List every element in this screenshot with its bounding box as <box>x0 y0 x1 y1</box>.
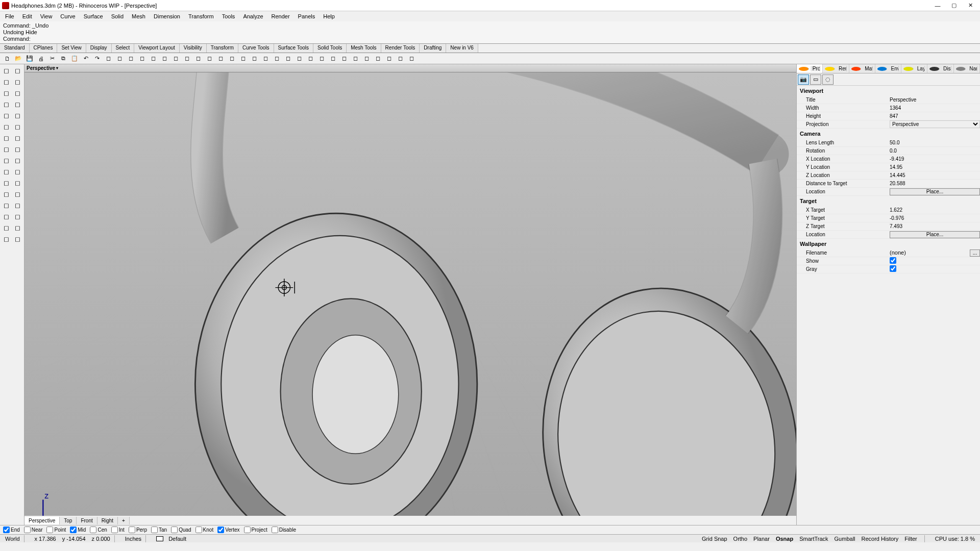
sun-icon[interactable]: ◻ <box>328 54 338 64</box>
rect-tool-icon[interactable]: ◻ <box>1 121 11 132</box>
paneltab-ren[interactable]: Ren... <box>823 64 849 73</box>
show-icon[interactable]: ◻ <box>227 54 237 64</box>
prop-ty-value[interactable]: -0.976 <box>889 215 980 221</box>
polyline-tool-icon[interactable]: ◻ <box>1 99 11 109</box>
maximize-button[interactable]: ▢ <box>946 1 962 10</box>
vptab-+[interactable]: + <box>118 517 130 524</box>
box-icon[interactable]: ◻ <box>283 54 293 64</box>
snap-icon[interactable]: ◻ <box>170 54 181 64</box>
menu-curve[interactable]: Curve <box>56 12 79 20</box>
status-planar[interactable]: Planar <box>750 536 773 542</box>
patch-tool-icon[interactable]: ◻ <box>12 189 22 199</box>
menu-edit[interactable]: Edit <box>18 12 36 20</box>
line-tool-icon[interactable]: ◻ <box>12 88 22 98</box>
array-icon[interactable]: ◻ <box>159 54 169 64</box>
osnap-tan[interactable]: Tan <box>151 527 167 533</box>
scale-icon[interactable]: ◻ <box>137 54 147 64</box>
shell-tool-icon[interactable]: ◻ <box>12 222 22 233</box>
paneltab-nam[interactable]: Nam... <box>954 64 980 73</box>
menu-tools[interactable]: Tools <box>218 12 239 20</box>
paint-icon[interactable]: ◻ <box>361 54 372 64</box>
tooltab-drafting[interactable]: Drafting <box>420 44 446 53</box>
render-icon[interactable]: ◻ <box>305 54 315 64</box>
status-grid-snap[interactable]: Grid Snap <box>699 536 730 542</box>
status-record-history[interactable]: Record History <box>859 536 902 542</box>
rail-tool-icon[interactable]: ◻ <box>12 178 22 188</box>
osnap-near[interactable]: Near <box>24 527 43 533</box>
tooltab-curve-tools[interactable]: Curve Tools <box>238 44 274 53</box>
menu-dimension[interactable]: Dimension <box>150 12 184 20</box>
status-gumball[interactable]: Gumball <box>831 536 859 542</box>
controlpt-tool-icon[interactable]: ◻ <box>1 133 11 143</box>
prop-camy-value[interactable]: 14.95 <box>889 164 980 170</box>
open-icon[interactable]: 📂 <box>13 54 23 64</box>
osnap-point[interactable]: Point <box>46 527 66 533</box>
menu-solid[interactable]: Solid <box>107 12 128 20</box>
material-icon[interactable]: ◻ <box>249 54 259 64</box>
freeform-tool-icon[interactable]: ◻ <box>12 133 22 143</box>
3d-viewport[interactable]: x y z <box>24 72 796 516</box>
dec-icon[interactable]: ◻ <box>294 54 304 64</box>
minimize-button[interactable]: — <box>930 1 945 10</box>
viewport-properties-icon[interactable]: 📷 <box>798 74 809 85</box>
command-input[interactable] <box>32 36 977 42</box>
revolve-tool-icon[interactable]: ◻ <box>1 178 11 188</box>
filter-icon[interactable]: ◻ <box>204 54 214 64</box>
show-checkbox[interactable] <box>890 257 896 264</box>
tooltab-transform[interactable]: Transform <box>207 44 238 53</box>
prop-tz-value[interactable]: 7.493 <box>889 223 980 229</box>
tooltab-surface-tools[interactable]: Surface Tools <box>274 44 313 53</box>
layer-icon[interactable]: ◻ <box>238 54 248 64</box>
docbox-icon[interactable]: ◻ <box>350 54 360 64</box>
rotate-icon[interactable]: ◻ <box>126 54 136 64</box>
lasso-tool-icon[interactable]: ◻ <box>12 65 22 76</box>
tooltab-visibility[interactable]: Visibility <box>180 44 207 53</box>
prop-projection-select[interactable]: Perspective <box>890 120 980 128</box>
osnap-quad[interactable]: Quad <box>171 527 191 533</box>
prop-camz-value[interactable]: 14.445 <box>889 172 980 178</box>
vptab-perspective[interactable]: Perspective <box>24 517 60 524</box>
tooltab-render-tools[interactable]: Render Tools <box>381 44 420 53</box>
status-osnap[interactable]: Osnap <box>773 536 796 542</box>
osnap-vertex[interactable]: Vertex <box>217 527 239 533</box>
osnap-knot[interactable]: Knot <box>195 527 214 533</box>
print-icon[interactable]: 🖨 <box>36 54 46 64</box>
vptab-right[interactable]: Right <box>97 517 118 524</box>
menu-view[interactable]: View <box>36 12 57 20</box>
place-camera-button[interactable]: Place... <box>890 188 980 195</box>
cplane-tool-icon[interactable]: ◻ <box>1 77 11 87</box>
paneltab-layers[interactable]: Layers <box>901 64 927 73</box>
plane-tool-icon[interactable]: ◻ <box>12 77 22 87</box>
status-smarttrack[interactable]: SmartTrack <box>796 536 831 542</box>
menu-render[interactable]: Render <box>267 12 294 20</box>
gumball-icon[interactable]: ◻ <box>103 54 113 64</box>
redo-icon[interactable]: ↷ <box>92 54 102 64</box>
prop-lens-value[interactable]: 50.0 <box>889 140 980 145</box>
paneltab-mate[interactable]: Mate... <box>849 64 875 73</box>
save-icon[interactable]: 💾 <box>24 54 35 64</box>
pointer-tool-icon[interactable]: ◻ <box>1 65 11 76</box>
menu-analyze[interactable]: Analyze <box>239 12 267 20</box>
osnap-mid[interactable]: Mid <box>70 527 86 533</box>
sweep-tool-icon[interactable]: ◻ <box>12 166 22 177</box>
status-units[interactable]: Inches <box>122 536 144 542</box>
menu-help[interactable]: Help <box>319 12 339 20</box>
package-icon[interactable]: ◻ <box>339 54 349 64</box>
osnap-project[interactable]: Project <box>244 527 267 533</box>
close-button[interactable]: ✕ <box>963 1 978 10</box>
tooltab-mesh-tools[interactable]: Mesh Tools <box>347 44 381 53</box>
offset-tool-icon[interactable]: ◻ <box>12 155 22 165</box>
chart-icon[interactable]: ◻ <box>406 54 416 64</box>
status-filter[interactable]: Filter <box>901 536 920 542</box>
status-layer[interactable]: Default <box>165 536 189 542</box>
loft-tool-icon[interactable]: ◻ <box>1 166 11 177</box>
polygon-tool-icon[interactable]: ◻ <box>12 121 22 132</box>
select-all-icon[interactable]: ◻ <box>182 54 192 64</box>
object-properties-icon[interactable]: ▭ <box>810 74 821 85</box>
meshbox-tool-icon[interactable]: ◻ <box>1 234 11 244</box>
paneltab-display[interactable]: Display <box>927 64 953 73</box>
prop-camx-value[interactable]: -9.419 <box>889 156 980 162</box>
curve-tool-icon[interactable]: ◻ <box>12 99 22 109</box>
paste-icon[interactable]: 📋 <box>69 54 80 64</box>
prop-dist-value[interactable]: 20.588 <box>889 181 980 186</box>
